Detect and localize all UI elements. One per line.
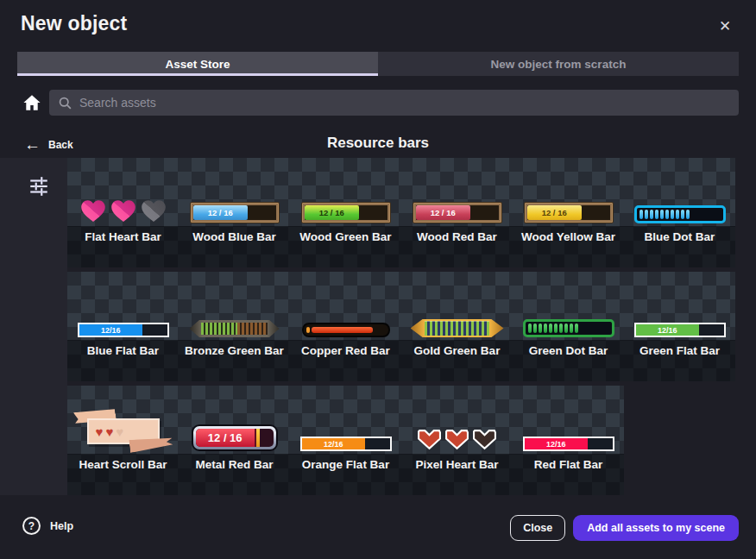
- bar-value: 12 / 16: [319, 208, 344, 217]
- heart-empty-icon: ♥: [116, 425, 123, 438]
- asset-card-wood-blue-bar[interactable]: 12 / 16 Wood Blue Bar: [179, 158, 290, 267]
- asset-label: Bronze Green Bar: [179, 340, 290, 381]
- asset-label: Green Dot Bar: [513, 340, 624, 381]
- bar-value: 12 / 16: [208, 208, 233, 217]
- asset-label: Green Flat Bar: [624, 340, 735, 381]
- asset-preview: 12 / 16: [179, 158, 290, 226]
- asset-row-1: Flat Heart Bar 12 / 16 Wood Blue Bar 12 …: [67, 158, 735, 267]
- asset-card-gold-green-bar[interactable]: Gold Green Bar: [401, 272, 513, 381]
- asset-card-copper-red-bar[interactable]: Copper Red Bar: [290, 272, 401, 381]
- asset-card-heart-scroll-bar[interactable]: ♥ ♥ ♥ Heart Scroll Bar: [67, 386, 179, 495]
- help-icon: ?: [22, 517, 41, 535]
- asset-preview: 12/16: [513, 386, 624, 454]
- search-input[interactable]: [79, 96, 730, 110]
- asset-preview: [513, 272, 624, 340]
- bar-value: 12/16: [658, 326, 677, 335]
- bar-value: 12/16: [546, 440, 566, 449]
- bar-value: 12 / 16: [208, 431, 243, 444]
- search-icon: [58, 96, 72, 110]
- heart-icon: ♥: [96, 425, 104, 438]
- asset-preview: 12/16: [624, 272, 735, 340]
- asset-preview: ♥ ♥ ♥: [67, 386, 179, 454]
- asset-preview: [290, 272, 401, 340]
- filter-icon[interactable]: [28, 175, 50, 198]
- asset-label: Wood Green Bar: [290, 226, 401, 267]
- asset-preview: 12 / 16: [401, 158, 513, 226]
- asset-card-blue-dot-bar[interactable]: Blue Dot Bar: [624, 158, 735, 267]
- asset-label: Metal Red Bar: [179, 454, 290, 495]
- footer-actions: Close Add all assets to my scene: [510, 515, 739, 541]
- bar-value: 12/16: [101, 326, 121, 335]
- asset-row-2: 12/16 Blue Flat Bar Bronze Green Bar Cop…: [67, 272, 735, 381]
- asset-preview: [624, 158, 735, 226]
- asset-label: Pixel Heart Bar: [401, 454, 513, 495]
- asset-row-3: ♥ ♥ ♥ Heart Scroll Bar 12 / 16 Metal Red…: [67, 386, 624, 495]
- help-button[interactable]: ? Help: [22, 517, 73, 535]
- asset-card-red-flat-bar[interactable]: 12/16 Red Flat Bar: [513, 386, 624, 495]
- asset-preview: 12/16: [290, 386, 401, 454]
- asset-card-wood-yellow-bar[interactable]: 12 / 16 Wood Yellow Bar: [513, 158, 624, 267]
- asset-preview: [401, 272, 513, 340]
- add-all-assets-button[interactable]: Add all assets to my scene: [573, 515, 739, 541]
- filter-sidebar: [0, 158, 67, 495]
- asset-card-flat-heart-bar[interactable]: Flat Heart Bar: [67, 158, 179, 267]
- heart-icon: [109, 197, 138, 223]
- tab-bar: Asset Store New object from scratch: [17, 52, 739, 76]
- asset-label: Wood Blue Bar: [179, 226, 290, 267]
- section-title: Resource bars: [0, 135, 756, 152]
- asset-card-wood-green-bar[interactable]: 12 / 16 Wood Green Bar: [290, 158, 401, 267]
- asset-card-metal-red-bar[interactable]: 12 / 16 Metal Red Bar: [179, 386, 290, 495]
- pixel-heart-empty-icon: [472, 428, 497, 451]
- heart-empty-icon: [139, 197, 168, 223]
- pixel-heart-icon: [444, 428, 469, 451]
- asset-label: Copper Red Bar: [290, 340, 401, 381]
- asset-label: Blue Flat Bar: [67, 340, 179, 381]
- asset-preview: [401, 386, 513, 454]
- asset-preview: [67, 158, 179, 226]
- search-box: [49, 90, 739, 116]
- asset-card-green-flat-bar[interactable]: 12/16 Green Flat Bar: [624, 272, 735, 381]
- pixel-heart-icon: [417, 428, 442, 451]
- bar-value: 12 / 16: [542, 208, 567, 217]
- asset-label: Flat Heart Bar: [67, 226, 179, 267]
- bar-value: 12/16: [324, 440, 343, 449]
- home-icon[interactable]: [22, 93, 41, 112]
- asset-card-wood-red-bar[interactable]: 12 / 16 Wood Red Bar: [401, 158, 513, 267]
- asset-label: Orange Flat Bar: [290, 454, 401, 495]
- asset-card-orange-flat-bar[interactable]: 12/16 Orange Flat Bar: [290, 386, 401, 495]
- asset-label: Gold Green Bar: [401, 340, 513, 381]
- asset-label: Wood Yellow Bar: [513, 226, 624, 267]
- asset-card-blue-flat-bar[interactable]: 12/16 Blue Flat Bar: [67, 272, 179, 381]
- asset-card-green-dot-bar[interactable]: Green Dot Bar: [513, 272, 624, 381]
- tab-asset-store[interactable]: Asset Store: [17, 52, 378, 76]
- asset-card-pixel-heart-bar[interactable]: Pixel Heart Bar: [401, 386, 513, 495]
- asset-preview: [179, 272, 290, 340]
- close-button[interactable]: Close: [510, 515, 565, 541]
- close-icon[interactable]: ✕: [713, 14, 737, 38]
- asset-label: Red Flat Bar: [513, 454, 624, 495]
- bar-value: 12 / 16: [431, 208, 456, 217]
- heart-icon: [79, 197, 108, 223]
- asset-preview: 12 / 16: [513, 158, 624, 226]
- heart-icon: ♥: [105, 425, 113, 438]
- asset-preview: 12/16: [67, 272, 179, 340]
- asset-preview: 12 / 16: [290, 158, 401, 226]
- tab-new-object-from-scratch[interactable]: New object from scratch: [378, 52, 739, 76]
- page-title: New object: [21, 12, 127, 35]
- asset-label: Heart Scroll Bar: [67, 454, 179, 495]
- help-label: Help: [50, 520, 73, 532]
- asset-label: Wood Red Bar: [401, 226, 513, 267]
- asset-label: Blue Dot Bar: [624, 226, 735, 267]
- asset-preview: 12 / 16: [179, 386, 290, 454]
- asset-card-bronze-green-bar[interactable]: Bronze Green Bar: [179, 272, 290, 381]
